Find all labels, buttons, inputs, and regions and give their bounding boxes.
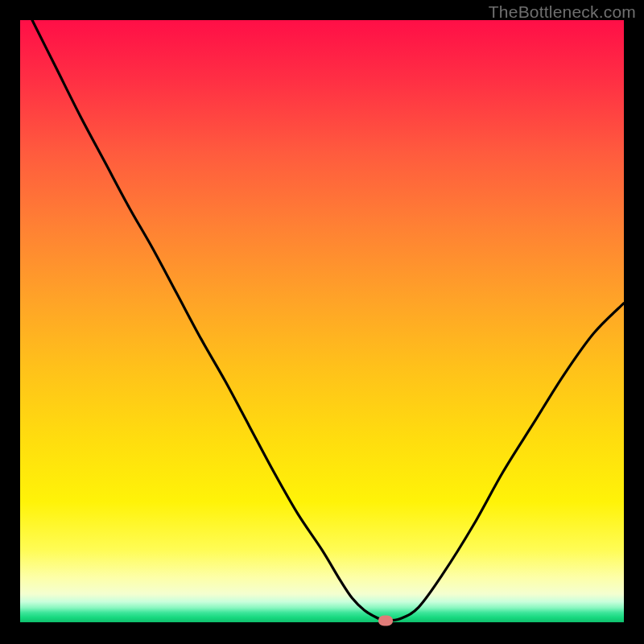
chart-frame: TheBottleneck.com	[0, 0, 644, 644]
plot-area	[20, 20, 624, 622]
bottleneck-curve	[20, 20, 624, 622]
optimal-point-marker	[378, 615, 393, 625]
watermark-text: TheBottleneck.com	[489, 2, 636, 22]
